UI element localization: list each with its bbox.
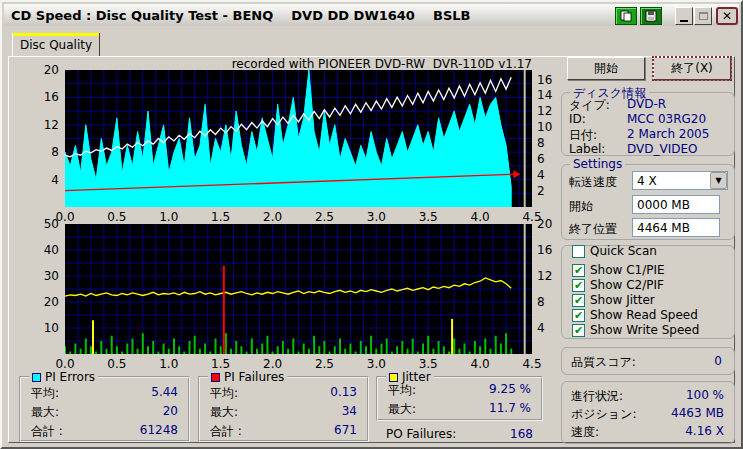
- pi-failures-legend-swatch: [211, 373, 220, 382]
- pi-failures-box: PI Failures 平均:0.13 最大:34 合計 :671: [198, 376, 369, 442]
- speed-dropdown-value: 4 X: [637, 174, 657, 188]
- top-x-axis-tick: 0.5: [101, 210, 133, 224]
- disc-label-value: DVD_VIDEO: [627, 142, 698, 156]
- pi-errors-legend-swatch: [32, 373, 41, 382]
- bot-x-axis-tick: 0.0: [49, 357, 81, 371]
- top-x-axis-tick: 2.0: [257, 210, 289, 224]
- stat-row: 平均:9.25 %: [388, 382, 531, 399]
- position-value: 4463 MB: [622, 406, 724, 420]
- checkbox-show-read-speed[interactable]: ✔ Show Read Speed: [572, 308, 698, 322]
- settings-title: Settings: [570, 157, 625, 171]
- top-x-axis-tick: 1.5: [205, 210, 237, 224]
- checkbox-show-write-speed[interactable]: ✔ Show Write Speed: [572, 323, 699, 337]
- disc-date-value: 2 March 2005: [627, 127, 709, 141]
- top-right-axis-tick: 2: [537, 184, 563, 198]
- bot-x-axis-tick: 4.0: [464, 357, 496, 371]
- top-left-axis-tick: 20: [25, 63, 59, 77]
- window-title: CD Speed : Disc Quality Test - BENQ DVD …: [4, 8, 470, 23]
- jitter-box: Jitter 平均:9.25 % 最大:11.7 %: [376, 376, 543, 421]
- top-x-axis-tick: 1.0: [153, 210, 185, 224]
- jitter-legend-swatch: [389, 373, 398, 382]
- checkbox-quick-scan[interactable]: Quick Scan: [572, 244, 657, 258]
- checkbox-icon[interactable]: ✔: [572, 324, 585, 337]
- top-right-axis-tick: 4: [537, 168, 563, 182]
- bot-left-axis-tick: 40: [25, 243, 59, 257]
- bot-x-axis-tick: 2.5: [308, 357, 340, 371]
- bot-x-axis-tick: 1.0: [153, 357, 185, 371]
- top-left-axis-tick: 8: [25, 145, 59, 159]
- checkbox-show-c1-pie[interactable]: ✔ Show C1/PIE: [572, 263, 665, 277]
- quality-chart-top: [65, 70, 532, 207]
- checkbox-show-jitter[interactable]: ✔ Show Jitter: [572, 293, 655, 307]
- pi-failures-legend-label: PI Failures: [224, 370, 284, 384]
- exit-button[interactable]: 終了(X): [653, 57, 731, 80]
- speed-dropdown[interactable]: 4 X ▼: [632, 171, 728, 190]
- bot-right-axis-tick: 20: [537, 217, 563, 231]
- checkbox-icon[interactable]: ✔: [572, 279, 585, 292]
- chevron-down-icon[interactable]: ▼: [710, 172, 727, 189]
- end-position-label: 終了位置: [569, 221, 617, 238]
- progress-label: 進行状況:: [571, 388, 623, 405]
- top-left-axis-tick: 4: [25, 173, 59, 187]
- bot-left-axis-tick: 20: [25, 295, 59, 309]
- minimize-button[interactable]: [675, 7, 693, 25]
- active-tab-highlight: [13, 33, 99, 36]
- disc-label-label: Label:: [569, 142, 605, 156]
- bot-left-axis-tick: 50: [25, 217, 59, 231]
- top-left-axis-tick: 12: [25, 118, 59, 132]
- save-icon: [645, 7, 657, 26]
- bot-right-axis-tick: 12: [537, 269, 563, 283]
- close-button[interactable]: ✕: [716, 7, 738, 25]
- tab-label: Disc Quality: [20, 38, 92, 52]
- save-button[interactable]: [640, 7, 662, 25]
- pi-errors-legend-label: PI Errors: [45, 370, 95, 384]
- bot-left-axis-tick: 30: [25, 269, 59, 283]
- stat-row: 平均:5.44: [31, 385, 178, 402]
- bot-left-axis-tick: 10: [25, 321, 59, 335]
- title-bar[interactable]: CD Speed : Disc Quality Test - BENQ DVD …: [4, 4, 739, 26]
- maximize-button[interactable]: [694, 7, 712, 25]
- speed-readout-value: 4.16 X: [622, 424, 724, 438]
- speed-readout-label: 速度:: [571, 424, 599, 441]
- stat-row: 最大:11.7 %: [388, 401, 531, 418]
- bot-right-axis-tick: 4: [537, 321, 563, 335]
- top-x-axis-tick: 2.5: [308, 210, 340, 224]
- checkbox-icon[interactable]: ✔: [572, 264, 585, 277]
- top-left-axis-tick: 16: [25, 90, 59, 104]
- disc-type-value: DVD-R: [627, 97, 666, 111]
- progress-value: 100 %: [622, 388, 724, 402]
- start-position-field[interactable]: 0000 MB: [632, 195, 720, 214]
- end-position-field[interactable]: 4464 MB: [632, 218, 720, 237]
- maximize-icon: [699, 12, 708, 20]
- bot-right-axis-tick: 8: [537, 295, 563, 309]
- close-icon: ✕: [722, 9, 732, 23]
- checkbox-icon[interactable]: [572, 245, 585, 258]
- start-position-label: 開始: [569, 198, 593, 215]
- top-right-axis-tick: 8: [537, 136, 563, 150]
- minimize-icon: [680, 20, 688, 22]
- disc-id-label: ID:: [569, 112, 586, 126]
- bot-right-axis-tick: 16: [537, 243, 563, 257]
- bot-x-axis-tick: 1.5: [205, 357, 237, 371]
- top-right-axis-tick: 14: [537, 88, 563, 102]
- pi-errors-box: PI Errors 平均:5.44 最大:20 合計 :61248: [19, 376, 190, 442]
- stat-row: 合計 :671: [210, 423, 357, 440]
- checkbox-show-c2-pif[interactable]: ✔ Show C2/PIF: [572, 278, 664, 292]
- copy-button[interactable]: [615, 7, 637, 25]
- app-window: CD Speed : Disc Quality Test - BENQ DVD …: [0, 0, 743, 449]
- bot-x-axis-tick: 3.0: [360, 357, 392, 371]
- top-x-axis-tick: 4.0: [464, 210, 496, 224]
- tab-disc-quality[interactable]: Disc Quality: [12, 33, 100, 56]
- recorded-with-note: recorded with PIONEER DVD-RW DVR-110D v1…: [65, 57, 532, 71]
- top-right-axis-tick: 16: [537, 73, 563, 87]
- bot-x-axis-tick: 3.5: [412, 357, 444, 371]
- checkbox-icon[interactable]: ✔: [572, 309, 585, 322]
- start-button[interactable]: 開始: [567, 57, 645, 80]
- po-failures-row: PO Failures: 168: [386, 427, 533, 441]
- stat-row: 最大:34: [210, 404, 357, 421]
- speed-label: 転送速度: [569, 174, 617, 191]
- disc-id-value: MCC 03RG20: [627, 112, 706, 126]
- quality-score-value: 0: [622, 354, 722, 368]
- top-x-axis-tick: 3.5: [412, 210, 444, 224]
- checkbox-icon[interactable]: ✔: [572, 294, 585, 307]
